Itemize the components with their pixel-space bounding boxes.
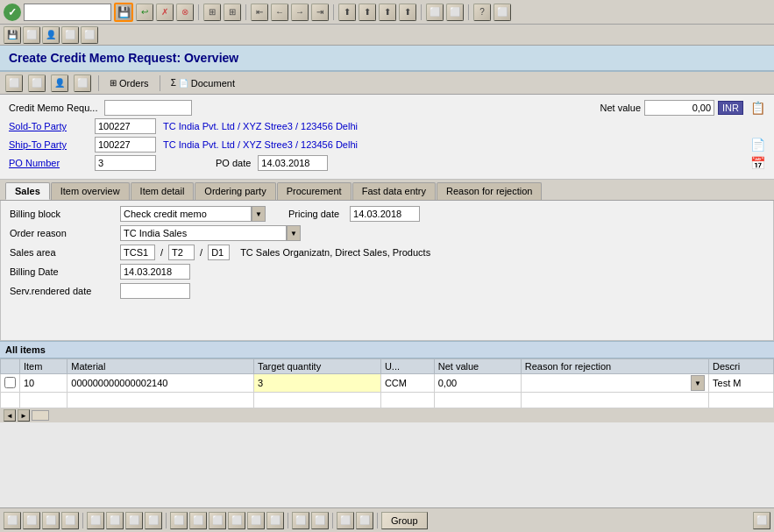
- calendar-icon[interactable]: 📅: [750, 156, 765, 170]
- sep4: [421, 4, 422, 20]
- col-descri-header: Descri: [709, 359, 774, 374]
- billing-date-row: Billing Date: [10, 264, 764, 280]
- tabs-bar: Sales Item overview Item detail Ordering…: [0, 180, 774, 201]
- find-button[interactable]: ⊞: [224, 4, 241, 21]
- table-row: 10 000000000000002140 CCM 0,00 ▼ Test M: [1, 374, 774, 393]
- billing-block-input[interactable]: [120, 206, 252, 222]
- row-select-checkbox[interactable]: [4, 377, 16, 388]
- ship-to-id-input[interactable]: [95, 137, 156, 153]
- net-value-section: Net value INR 📋: [600, 100, 765, 116]
- sales-area-desc: TC Sales Organizatn, Direct Sales, Produ…: [240, 247, 430, 258]
- table-h-scroll: ◄ ►: [0, 408, 774, 422]
- tab-fast-data-entry[interactable]: Fast data entry: [352, 182, 436, 200]
- sales-area-code1-input[interactable]: [120, 245, 155, 260]
- exit-button[interactable]: ✗: [156, 4, 174, 21]
- tb3-btn3[interactable]: 👤: [51, 74, 68, 92]
- serv-rendered-row: Serv.rendered date: [10, 283, 764, 299]
- scroll-right-button[interactable]: ►: [18, 409, 30, 422]
- upload1-button[interactable]: ⬆: [338, 4, 356, 21]
- upload3-button[interactable]: ⬆: [379, 4, 396, 21]
- main-form: Credit Memo Requ... Net value INR 📋 Sold…: [0, 95, 774, 180]
- order-reason-label: Order reason: [10, 228, 115, 238]
- scroll-thumb[interactable]: [32, 410, 49, 421]
- tab-item-overview[interactable]: Item overview: [51, 182, 130, 200]
- row-target-qty[interactable]: [253, 374, 380, 393]
- reason-dropdown-arrow[interactable]: ▼: [691, 375, 705, 391]
- po-number-label[interactable]: PO Number: [9, 158, 88, 168]
- tab-procurement[interactable]: Procurement: [277, 182, 351, 200]
- ship-to-row: Ship-To Party TC India Pvt. Ltd / XYZ St…: [9, 137, 765, 153]
- all-items-header: All items: [0, 341, 774, 358]
- billing-block-dropdown-arrow[interactable]: ▼: [252, 206, 266, 222]
- cancel-button[interactable]: ⊗: [176, 4, 194, 21]
- tab-sales[interactable]: Sales: [5, 182, 50, 200]
- col-net-value-header: Net value: [434, 359, 521, 374]
- tb3-btn4[interactable]: ⬜: [74, 74, 91, 92]
- sold-to-id-input[interactable]: [95, 118, 156, 134]
- items-table-area: Item Material Target quantity U... Net v…: [0, 358, 774, 422]
- credit-memo-label: Credit Memo Requ...: [9, 103, 97, 113]
- sales-area-code2-input[interactable]: [168, 245, 195, 260]
- tab-reason-for-rejection[interactable]: Reason for rejection: [437, 182, 542, 200]
- nav4-button[interactable]: ⇥: [311, 4, 329, 21]
- ship-to-label[interactable]: Ship-To Party: [9, 139, 88, 150]
- po-number-input[interactable]: [95, 155, 156, 171]
- serv-rendered-input[interactable]: [120, 283, 190, 299]
- pricing-date-input[interactable]: [350, 206, 420, 222]
- empty-descri-cell: [709, 393, 774, 408]
- target-qty-input[interactable]: [258, 378, 302, 388]
- print-button[interactable]: ⊞: [203, 4, 221, 21]
- tb2-btn4[interactable]: ⬜: [61, 26, 79, 44]
- billing-block-row: Billing block ▼ Pricing date: [10, 206, 764, 222]
- save-button[interactable]: [114, 3, 133, 22]
- orders-menu-button[interactable]: ⊞ Orders: [106, 76, 153, 90]
- document-icon[interactable]: 📄: [750, 138, 765, 152]
- row-unit: CCM: [380, 374, 434, 393]
- tb2-btn2[interactable]: ⬜: [23, 26, 40, 44]
- command-input[interactable]: [24, 4, 111, 21]
- billing-block-select: ▼: [120, 206, 266, 222]
- custom-button[interactable]: ⬜: [494, 4, 511, 21]
- upload4-button[interactable]: ⬆: [399, 4, 416, 21]
- sep2: [245, 4, 246, 20]
- tb2-btn3[interactable]: 👤: [42, 26, 60, 44]
- row-checkbox[interactable]: [1, 374, 20, 393]
- net-value-input[interactable]: [644, 100, 714, 116]
- nav3-button[interactable]: →: [291, 4, 309, 21]
- monitor1-button[interactable]: ⬜: [426, 4, 444, 21]
- document-icon2: 📄: [179, 79, 188, 88]
- billing-date-input[interactable]: [120, 264, 190, 280]
- order-reason-dropdown-arrow[interactable]: ▼: [287, 225, 301, 241]
- tab-item-detail[interactable]: Item detail: [131, 182, 195, 200]
- scroll-left-button[interactable]: ◄: [4, 409, 16, 422]
- sep6: [98, 75, 99, 91]
- tb2-btn1[interactable]: 💾: [4, 26, 21, 44]
- sales-area-code3-input[interactable]: [208, 245, 230, 260]
- nav1-button[interactable]: ⇤: [251, 4, 268, 21]
- order-reason-row: Order reason ▼: [10, 225, 764, 241]
- billing-date-label: Billing Date: [10, 266, 115, 277]
- empty-reason-cell: [521, 393, 708, 408]
- sold-to-label[interactable]: Sold-To Party: [9, 121, 88, 131]
- tb3-btn2[interactable]: ⬜: [28, 74, 46, 92]
- nav2-button[interactable]: ←: [271, 4, 288, 21]
- po-date-input[interactable]: [258, 155, 328, 171]
- upload2-button[interactable]: ⬆: [359, 4, 376, 21]
- table-header-row: Item Material Target quantity U... Net v…: [1, 359, 774, 374]
- document-label: Document: [191, 78, 235, 89]
- tb2-btn5[interactable]: ⬜: [81, 26, 98, 44]
- slash1: /: [160, 247, 163, 258]
- copy-icon[interactable]: 📋: [750, 101, 765, 115]
- empty-checkbox-cell: [1, 393, 20, 408]
- items-table: Item Material Target quantity U... Net v…: [0, 358, 774, 408]
- row-reason[interactable]: ▼: [521, 374, 708, 393]
- order-reason-input[interactable]: [120, 225, 287, 241]
- tb3-btn1[interactable]: ⬜: [5, 74, 23, 92]
- document-menu-button[interactable]: Σ 📄 Document: [167, 76, 238, 90]
- help-button[interactable]: ?: [473, 4, 491, 21]
- credit-memo-input[interactable]: [104, 100, 192, 116]
- back-button[interactable]: ↩: [136, 4, 153, 21]
- tab-ordering-party[interactable]: Ordering party: [195, 182, 275, 200]
- monitor2-button[interactable]: ⬜: [446, 4, 464, 21]
- sales-area-row: Sales area / / TC Sales Organizatn, Dire…: [10, 245, 764, 260]
